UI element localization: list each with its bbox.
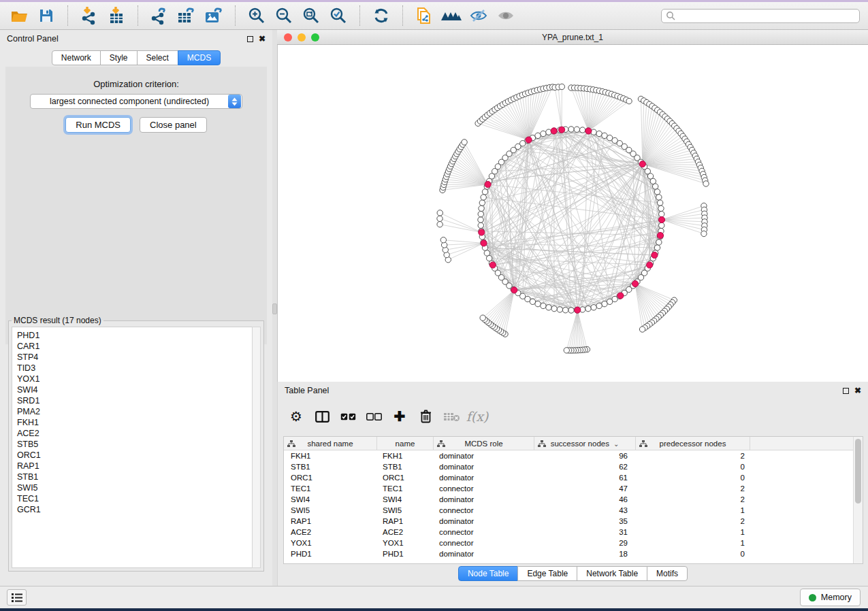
table-row[interactable]: ACE2ACE2connector311 (284, 527, 853, 538)
deselect-all-columns-icon[interactable] (361, 404, 387, 429)
mcds-result-item[interactable]: ACE2 (17, 428, 252, 439)
ring-node[interactable] (654, 245, 660, 250)
ring-node[interactable] (657, 200, 662, 205)
save-session-icon[interactable] (33, 5, 60, 27)
mcds-hub-node[interactable] (526, 137, 532, 143)
mcds-result-item[interactable]: TEC1 (17, 493, 252, 504)
zoom-in-icon[interactable] (243, 5, 270, 27)
ring-node[interactable] (656, 195, 662, 200)
table-row[interactable]: PHD1PHD1dominator180 (284, 548, 853, 559)
mcds-result-item[interactable]: FKH1 (17, 417, 252, 428)
mcds-result-item[interactable]: SWI4 (17, 384, 252, 395)
mcds-result-item[interactable]: ORC1 (17, 450, 252, 461)
ring-node[interactable] (656, 240, 662, 245)
column-header-predecessor-nodes[interactable]: predecessor nodes (636, 437, 750, 450)
ring-node[interactable] (568, 127, 574, 132)
column-header-name[interactable]: name (377, 437, 434, 450)
column-header-successor-nodes[interactable]: successor nodes⌄ (534, 437, 636, 450)
mcds-hub-node[interactable] (481, 240, 487, 246)
ring-node[interactable] (659, 222, 664, 228)
tab-style[interactable]: Style (100, 50, 138, 65)
mcds-hub-node[interactable] (647, 262, 653, 268)
refresh-layout-icon[interactable] (368, 5, 395, 27)
mcds-result-item[interactable]: STP4 (17, 352, 252, 363)
table-settings-icon[interactable]: ⚙ (283, 404, 309, 429)
mcds-hub-node[interactable] (551, 128, 557, 134)
ring-node[interactable] (568, 308, 574, 313)
ring-node[interactable] (482, 189, 487, 195)
export-network-icon[interactable] (146, 5, 173, 27)
ring-node[interactable] (535, 301, 541, 306)
satellite-node[interactable] (437, 210, 443, 216)
tab-edge-table[interactable]: Edge Table (517, 566, 577, 581)
satellite-node[interactable] (437, 222, 443, 227)
table-row[interactable]: SWI5SWI5connector431 (284, 505, 853, 516)
run-mcds-button[interactable]: Run MCDS (65, 117, 131, 133)
first-neighbors-icon[interactable] (438, 5, 465, 27)
satellite-node[interactable] (437, 216, 443, 221)
duplicate-network-icon[interactable] (411, 5, 438, 27)
memory-button[interactable]: Memory (800, 589, 861, 606)
ring-node[interactable] (486, 255, 492, 261)
ring-node[interactable] (535, 133, 541, 138)
table-row[interactable]: TEC1TEC1connector472 (284, 483, 853, 494)
table-scrollbar[interactable] (853, 437, 863, 563)
import-table-icon[interactable] (103, 5, 130, 27)
mcds-result-item[interactable]: STB1 (17, 472, 252, 482)
ring-node[interactable] (652, 184, 658, 189)
ring-node[interactable] (562, 308, 568, 313)
mcds-result-item[interactable]: PHD1 (17, 330, 252, 341)
import-network-icon[interactable] (76, 5, 103, 27)
criterion-select[interactable]: largest connected component (undirected) (30, 94, 242, 109)
satellite-node[interactable] (626, 98, 632, 103)
ring-node[interactable] (602, 301, 607, 306)
mcds-hub-node[interactable] (639, 161, 645, 167)
mcds-hub-node[interactable] (658, 216, 664, 222)
ring-node[interactable] (585, 306, 591, 311)
mcds-hub-node[interactable] (632, 280, 638, 286)
export-image-icon[interactable] (200, 5, 227, 27)
ring-node[interactable] (658, 205, 664, 211)
satellite-node[interactable] (703, 181, 709, 186)
float-table-panel-icon[interactable] (843, 388, 849, 394)
table-row[interactable]: SWI4SWI4dominator462 (284, 494, 853, 505)
ring-node[interactable] (557, 307, 562, 312)
ring-node[interactable] (478, 217, 483, 222)
delete-table-icon[interactable] (438, 404, 464, 429)
tab-network-table[interactable]: Network Table (577, 566, 647, 581)
satellite-node[interactable] (701, 231, 707, 236)
delete-column-icon[interactable] (413, 404, 438, 429)
mcds-hub-node[interactable] (485, 181, 491, 187)
open-session-icon[interactable] (5, 5, 33, 27)
ring-node[interactable] (579, 127, 585, 133)
satellite-node[interactable] (559, 84, 564, 89)
show-all-icon[interactable] (492, 5, 519, 27)
close-panel-icon[interactable]: ✖ (259, 35, 266, 43)
mcds-hub-node[interactable] (479, 229, 485, 235)
mcds-hub-node[interactable] (585, 128, 592, 134)
mcds-hub-node[interactable] (511, 287, 517, 293)
ring-node[interactable] (484, 250, 489, 256)
mcds-result-item[interactable]: GCR1 (17, 504, 252, 515)
table-row[interactable]: STB1STB1dominator620 (284, 461, 853, 472)
hide-selected-icon[interactable] (465, 5, 492, 27)
satellite-node[interactable] (480, 315, 485, 320)
table-row[interactable]: ORC1ORC1dominator610 (284, 472, 853, 483)
ring-node[interactable] (478, 222, 483, 228)
zoom-selected-icon[interactable] (325, 5, 352, 27)
mcds-result-item[interactable]: STB5 (17, 439, 252, 450)
mcds-result-list[interactable]: PHD1CAR1STP4TID3YOX1SWI4SRD1PMA2FKH1ACE2… (12, 327, 252, 568)
ring-node[interactable] (574, 127, 579, 132)
mcds-result-item[interactable]: TID3 (17, 363, 252, 374)
satellite-node[interactable] (462, 139, 467, 145)
export-table-icon[interactable] (173, 5, 200, 27)
mcds-result-item[interactable]: SWI5 (17, 482, 252, 493)
column-header-shared-name[interactable]: shared name (284, 437, 377, 450)
satellite-node[interactable] (440, 237, 446, 243)
select-all-columns-icon[interactable] (335, 404, 361, 429)
mcds-result-item[interactable]: YOX1 (17, 374, 252, 384)
close-panel-button[interactable]: Close panel (140, 117, 207, 133)
tab-motifs[interactable]: Motifs (647, 566, 688, 581)
ring-node[interactable] (541, 303, 546, 308)
ring-node[interactable] (596, 131, 602, 136)
